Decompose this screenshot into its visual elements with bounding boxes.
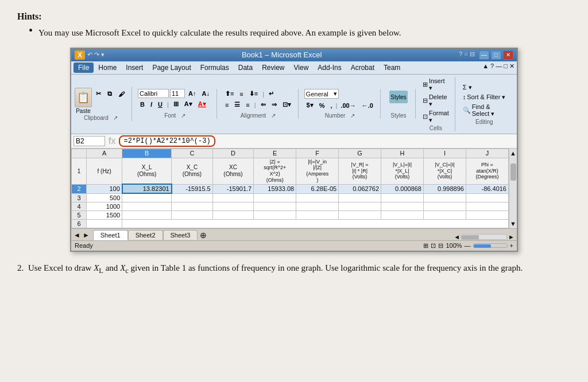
col-header-c[interactable]: C (172, 149, 213, 158)
cell-f4[interactable] (296, 202, 339, 211)
align-right-button[interactable]: ≡ (243, 100, 252, 110)
menu-file[interactable]: File (74, 63, 94, 73)
col-header-a[interactable]: A (87, 149, 122, 158)
cell-e4[interactable] (254, 202, 296, 211)
cell-e1[interactable]: |Z| =sqrt(R^2+X^2)(Ohms) (254, 158, 296, 184)
align-bottom-button[interactable]: ⬇≡ (247, 89, 260, 99)
view-page-layout-icon[interactable]: ⊡ (431, 242, 436, 250)
menu-data[interactable]: Data (234, 63, 257, 73)
cell-b4[interactable] (122, 202, 172, 211)
menu-formulas[interactable]: Formulas (196, 63, 234, 73)
format-painter-button[interactable]: 🖌 (116, 89, 127, 99)
cell-h5[interactable] (381, 211, 424, 219)
cell-d1[interactable]: XC(Ohms) (212, 158, 254, 184)
col-header-h[interactable]: H (381, 149, 424, 158)
font-grow-button[interactable]: A↑ (186, 89, 198, 98)
col-header-i[interactable]: I (424, 149, 466, 158)
vertical-scrollbar[interactable]: ▲ ▼ (509, 149, 517, 228)
col-header-b[interactable]: B (122, 149, 172, 158)
cell-g1[interactable]: |V_R| =|I| * |R|(Volts) (339, 158, 381, 184)
increase-decimal-button[interactable]: .00→ (338, 101, 358, 110)
indent-decrease-button[interactable]: ⇐ (258, 100, 268, 110)
border-button[interactable]: ⊞ (171, 99, 181, 109)
cell-g3[interactable] (339, 193, 381, 202)
menu-insert[interactable]: Insert (121, 63, 148, 73)
cell-b2[interactable]: 13.82301 (122, 184, 172, 193)
menu-acrobat[interactable]: Acrobat (346, 63, 379, 73)
cell-a1[interactable]: f (Hz) (87, 158, 122, 184)
find-select-button[interactable]: 🔍 Find & Select ▾ (461, 103, 508, 118)
menu-view[interactable]: View (289, 63, 314, 73)
cell-d5[interactable] (212, 211, 254, 219)
cell-i1[interactable]: |V_C|=|I|*|X_C|(Volts) (424, 158, 466, 184)
format-cells-button[interactable]: ⊡ Format ▾ (421, 109, 450, 124)
cell-h4[interactable] (381, 202, 424, 211)
cell-e3[interactable] (254, 193, 296, 202)
col-header-d[interactable]: D (212, 149, 254, 158)
number-format-select[interactable]: General ▾ (304, 89, 339, 99)
close-button[interactable]: ✕ (503, 50, 513, 60)
cell-a4[interactable]: 1000 (87, 202, 122, 211)
menu-home[interactable]: Home (94, 63, 121, 73)
cell-a3[interactable]: 500 (87, 193, 122, 202)
font-shrink-button[interactable]: A↓ (199, 89, 211, 98)
sheet-tab-1[interactable]: Sheet1 (93, 230, 128, 240)
cell-e5[interactable] (254, 211, 296, 219)
help-icon[interactable]: ? ○ ⊟ (459, 50, 475, 60)
window-controls[interactable]: ? ○ ⊟ — □ ✕ (459, 50, 513, 60)
cell-f3[interactable] (296, 193, 339, 202)
percent-button[interactable]: % (317, 101, 327, 110)
cell-b1[interactable]: X_L(Ohms) (122, 158, 172, 184)
view-normal-icon[interactable]: ⊞ (423, 242, 428, 250)
sheet-tab-3[interactable]: Sheet3 (163, 230, 198, 240)
align-left-button[interactable]: ≡ (223, 100, 231, 110)
cell-g5[interactable] (339, 211, 381, 219)
cell-j2[interactable]: -86.4016 (466, 184, 508, 193)
menu-page-layout[interactable]: Page Layout (148, 63, 195, 73)
cell-c2[interactable]: -15915.5 (172, 184, 213, 193)
cell-j5[interactable] (466, 211, 508, 219)
add-sheet-button[interactable]: ⊕ (200, 231, 207, 240)
fill-color-button[interactable]: A▾ (182, 99, 195, 109)
cell-h3[interactable] (381, 193, 424, 202)
zoom-increase-button[interactable]: + (510, 242, 513, 249)
cell-f5[interactable] (296, 211, 339, 219)
insert-cells-button[interactable]: ⊞ Insert ▾ (421, 77, 450, 92)
sheet-tab-2[interactable]: Sheet2 (128, 230, 163, 240)
wrap-text-button[interactable]: ↵ (266, 89, 276, 99)
cell-a5[interactable]: 1500 (87, 211, 122, 219)
cell-b5[interactable] (122, 211, 172, 219)
cell-c3[interactable] (172, 193, 213, 202)
merge-button[interactable]: ⊡▾ (280, 100, 293, 110)
delete-cells-button[interactable]: ⊟ Delete ▾ (421, 93, 450, 108)
cell-j1[interactable]: Phi =atan(X/R)(Degrees) (466, 158, 508, 184)
cell-g2[interactable]: 0.062762 (339, 184, 381, 193)
paste-icon[interactable]: 📋 (75, 88, 92, 107)
decrease-decimal-button[interactable]: ←.0 (359, 101, 376, 110)
cell-b3[interactable] (122, 193, 172, 202)
sort-filter-button[interactable]: ↕ Sort & Filter ▾ (461, 93, 508, 102)
font-color-button[interactable]: A▾ (196, 99, 208, 109)
scroll-down-button[interactable]: ▼ (509, 219, 517, 228)
cut-button[interactable]: ✂ (94, 89, 103, 99)
col-header-e[interactable]: E (254, 149, 296, 158)
cell-i3[interactable] (424, 193, 466, 202)
italic-button[interactable]: I (148, 100, 154, 109)
underline-button[interactable]: U (156, 100, 165, 109)
hscroll-right[interactable]: ► (508, 233, 514, 240)
cell-j3[interactable] (466, 193, 508, 202)
cell-a2[interactable]: 100 (87, 184, 122, 193)
cell-f2[interactable]: 6.28E-05 (296, 184, 339, 193)
cell-h2[interactable]: 0.000868 (381, 184, 424, 193)
tab-nav-right[interactable]: ► (83, 231, 90, 239)
hscroll-left[interactable]: ◄ (454, 233, 460, 240)
hscroll-thumb[interactable] (462, 235, 479, 240)
zoom-slider[interactable] (473, 243, 508, 248)
cell-h1[interactable]: |V_L|=|I|*|X_L|(Volts) (381, 158, 424, 184)
cell-i5[interactable] (424, 211, 466, 219)
currency-button[interactable]: $▾ (304, 100, 316, 110)
cell-d3[interactable] (212, 193, 254, 202)
cell-i2[interactable]: 0.998896 (424, 184, 466, 193)
cell-g4[interactable] (339, 202, 381, 211)
font-name-input[interactable] (138, 89, 169, 98)
